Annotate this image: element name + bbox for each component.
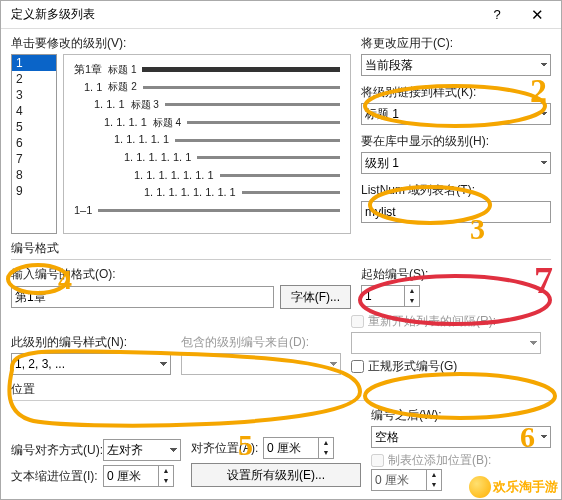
- click-level-label: 单击要修改的级别(V):: [11, 35, 351, 52]
- preview-line: 1. 1标题 2: [74, 79, 340, 97]
- enter-format-label: 输入编号的格式(O):: [11, 266, 351, 283]
- preview-line: 1. 1. 1. 1标题 4: [74, 114, 340, 132]
- follow-select[interactable]: 空格: [371, 426, 551, 448]
- level-item[interactable]: 3: [12, 87, 56, 103]
- define-multilevel-list-dialog: 定义新多级列表 ? ✕ 单击要修改的级别(V): 123456789 第1章标题…: [0, 0, 562, 500]
- level-list[interactable]: 123456789: [11, 54, 57, 234]
- restart-after-check: 重新开始列表的间隔(R):: [351, 313, 541, 330]
- number-style-select[interactable]: 1, 2, 3, ...: [11, 353, 171, 375]
- spin-up-icon[interactable]: ▲: [405, 286, 419, 296]
- align-at-spinner[interactable]: ▲▼: [263, 437, 334, 459]
- show-gallery-label: 要在库中显示的级别(H):: [361, 133, 551, 150]
- font-button[interactable]: 字体(F)...: [280, 285, 351, 309]
- align-at-label: 对齐位置(A):: [191, 440, 263, 457]
- watermark-icon: [469, 476, 491, 498]
- format-input[interactable]: [11, 286, 274, 308]
- align-select[interactable]: 左对齐: [103, 439, 181, 461]
- level-item[interactable]: 4: [12, 103, 56, 119]
- preview-line: 1. 1. 1标题 3: [74, 96, 340, 114]
- indent-spinner[interactable]: ▲▼: [103, 465, 174, 487]
- level-item[interactable]: 7: [12, 151, 56, 167]
- link-style-select[interactable]: 标题 1: [361, 103, 551, 125]
- preview-line: 第1章标题 1: [74, 61, 340, 79]
- follow-label: 编号之后(W):: [371, 407, 551, 424]
- preview-line: 1–1: [74, 202, 340, 220]
- preview-pane: 第1章标题 11. 1标题 21. 1. 1标题 31. 1. 1. 1标题 4…: [63, 54, 351, 234]
- link-style-label: 将级别链接到样式(K):: [361, 84, 551, 101]
- help-icon[interactable]: ?: [477, 2, 517, 28]
- listnum-input[interactable]: [361, 201, 551, 223]
- start-at-input[interactable]: [361, 285, 405, 307]
- legal-format-check[interactable]: 正规形式编号(G): [351, 358, 541, 375]
- watermark: 欢乐淘手游: [469, 476, 558, 498]
- left-column: 单击要修改的级别(V): 123456789 第1章标题 11. 1标题 21.…: [11, 35, 351, 234]
- preview-line: 1. 1. 1. 1. 1. 1: [74, 149, 340, 167]
- restart-after-select: [351, 332, 541, 354]
- position-title: 位置: [11, 381, 551, 398]
- apply-to-label: 将更改应用于(C):: [361, 35, 551, 52]
- include-from-label: 包含的级别编号来自(D):: [181, 334, 341, 351]
- show-gallery-select[interactable]: 级别 1: [361, 152, 551, 174]
- preview-line: 1. 1. 1. 1. 1. 1. 1. 1: [74, 184, 340, 202]
- number-format-title: 编号格式: [11, 240, 551, 257]
- level-item[interactable]: 2: [12, 71, 56, 87]
- titlebar: 定义新多级列表 ? ✕: [1, 1, 561, 29]
- spin-down-icon[interactable]: ▼: [405, 296, 419, 306]
- number-style-label: 此级别的编号样式(N):: [11, 334, 171, 351]
- align-label: 编号对齐方式(U):: [11, 442, 103, 459]
- level-item[interactable]: 6: [12, 135, 56, 151]
- dialog-title: 定义新多级列表: [11, 6, 477, 23]
- include-from-select: [181, 353, 341, 375]
- start-at-spinner[interactable]: ▲▼: [361, 285, 551, 307]
- listnum-label: ListNum 域列表名(T):: [361, 182, 551, 199]
- tab-stop-check: 制表位添加位置(B):: [371, 452, 551, 469]
- apply-to-select[interactable]: 当前段落: [361, 54, 551, 76]
- close-icon[interactable]: ✕: [517, 2, 557, 28]
- start-at-label: 起始编号(S):: [361, 266, 551, 283]
- preview-line: 1. 1. 1. 1. 1. 1. 1: [74, 167, 340, 185]
- indent-label: 文本缩进位置(I):: [11, 468, 103, 485]
- level-item[interactable]: 5: [12, 119, 56, 135]
- set-all-levels-button[interactable]: 设置所有级别(E)...: [191, 463, 361, 487]
- level-item[interactable]: 8: [12, 167, 56, 183]
- level-item[interactable]: 1: [12, 55, 56, 71]
- right-column: 将更改应用于(C): 当前段落 将级别链接到样式(K): 标题 1 要在库中显示…: [361, 35, 551, 234]
- level-item[interactable]: 9: [12, 183, 56, 199]
- preview-line: 1. 1. 1. 1. 1: [74, 131, 340, 149]
